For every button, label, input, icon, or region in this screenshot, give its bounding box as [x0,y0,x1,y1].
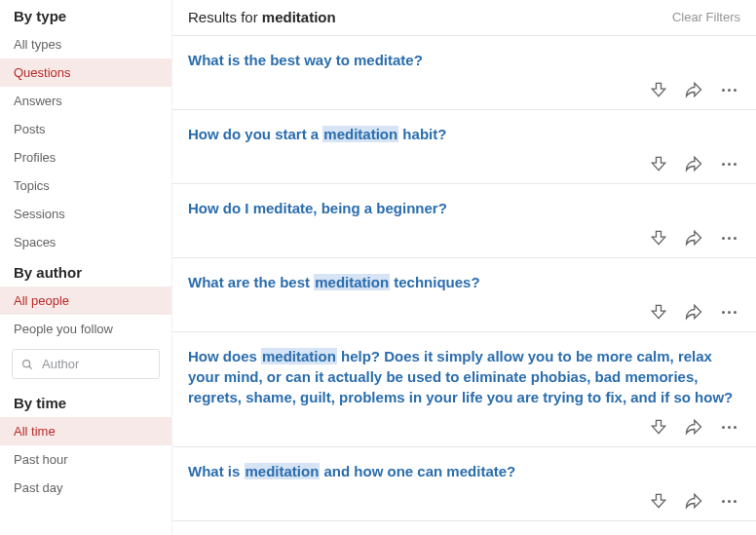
sidebar-item[interactable]: Answers [0,87,171,115]
sidebar-item[interactable]: Past hour [0,445,171,474]
result-actions [188,302,740,322]
downvote-icon[interactable] [649,417,668,437]
title-text: How do I meditate, being a beginner? [188,200,447,216]
sidebar-heading: By author [0,256,171,287]
title-text: techniques? [390,274,480,290]
highlight-text: meditation [322,126,398,142]
result-title[interactable]: What is the best way to meditate? [188,50,740,70]
results-for-label: Results for meditation [188,9,336,25]
result-actions [188,228,740,248]
share-icon[interactable] [684,302,703,322]
result-card: What is the best way to meditate? [172,36,756,110]
share-icon[interactable] [684,417,703,437]
sidebar-list: All peoplePeople you follow [0,287,171,343]
main: Results for meditation Clear Filters Wha… [172,0,756,535]
result-title[interactable]: What are the best meditation techniques? [188,272,740,292]
result-card: How does meditation help? Does it simply… [172,332,756,447]
sidebar-heading: By time [0,387,171,417]
sidebar: By typeAll typesQuestionsAnswersPostsPro… [0,0,172,535]
sidebar-item[interactable]: Past day [0,474,171,502]
svg-line-1 [29,365,32,368]
sidebar-item[interactable]: Spaces [0,228,171,256]
result-card: What is meditation and how one can medit… [172,447,756,521]
sidebar-item[interactable]: Questions [0,58,171,87]
sidebar-item[interactable]: All people [0,287,171,315]
results-header: Results for meditation Clear Filters [172,0,756,36]
result-card: How do I meditate, being a beginner? [172,184,756,258]
result-actions [188,491,740,511]
result-card: What are the best meditation techniques? [172,258,756,332]
result-title[interactable]: What is meditation and how one can medit… [188,461,740,481]
result-actions [188,417,740,437]
title-text: and how one can meditate? [320,463,515,479]
title-text: What are the best [188,274,314,290]
author-search-box [12,349,160,379]
result-actions [188,80,740,99]
share-icon[interactable] [684,80,703,99]
sidebar-item[interactable]: People you follow [0,315,171,343]
more-icon[interactable] [719,302,738,322]
share-icon[interactable] [684,228,703,248]
title-text: What is [188,463,245,479]
more-icon[interactable] [719,491,738,511]
downvote-icon[interactable] [649,80,668,99]
sidebar-item[interactable]: Posts [0,115,171,143]
result-title[interactable]: How does meditation help? Does it simply… [188,346,740,407]
share-icon[interactable] [684,154,703,173]
title-text: What is the best way to meditate? [188,52,423,68]
downvote-icon[interactable] [649,302,668,322]
highlight-text: meditation [245,463,321,479]
highlight-text: meditation [314,274,390,290]
highlight-text: meditation [261,348,337,364]
search-icon [20,358,34,371]
sidebar-item[interactable]: Sessions [0,200,171,228]
share-icon[interactable] [684,491,703,511]
sidebar-item[interactable]: Topics [0,172,171,200]
sidebar-list: All typesQuestionsAnswersPostsProfilesTo… [0,30,171,256]
sidebar-item[interactable]: All types [0,30,171,58]
results-prefix: Results for [188,9,262,25]
title-text: How do you start a [188,126,322,142]
more-icon[interactable] [719,80,738,99]
sidebar-item[interactable]: All time [0,417,171,445]
more-icon[interactable] [719,417,738,437]
result-title[interactable]: How do you start a meditation habit? [188,124,740,144]
title-text: How does [188,348,261,364]
sidebar-item[interactable]: Profiles [0,143,171,172]
downvote-icon[interactable] [649,491,668,511]
results-list: What is the best way to meditate? How do… [172,36,756,535]
result-card: How do you start a meditation habit? [172,110,756,184]
clear-filters-link[interactable]: Clear Filters [672,10,740,24]
sidebar-heading: By type [0,0,171,30]
more-icon[interactable] [719,154,738,173]
svg-point-0 [23,360,30,366]
result-actions [188,154,740,173]
sidebar-list: All timePast hourPast day [0,417,171,502]
more-icon[interactable] [719,228,738,248]
downvote-icon[interactable] [649,154,668,173]
title-text: habit? [398,126,446,142]
downvote-icon[interactable] [649,228,668,248]
result-title[interactable]: How do I meditate, being a beginner? [188,198,740,218]
results-query: meditation [262,9,336,25]
